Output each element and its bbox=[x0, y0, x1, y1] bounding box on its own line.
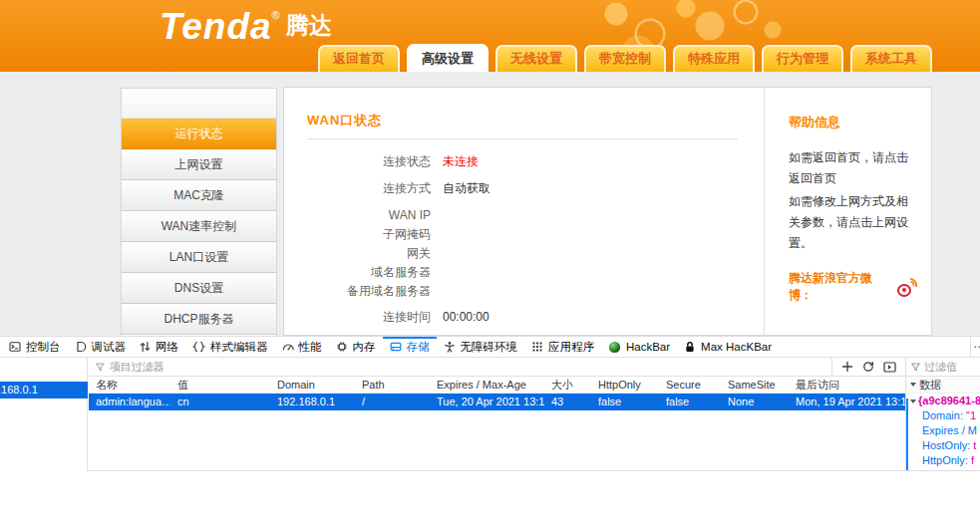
field-connection-type: 连接方式 自动获取 bbox=[307, 179, 738, 198]
field-backup-dns: 备用域名服务器 bbox=[307, 282, 738, 301]
sidebar-item-dns-settings[interactable]: DNS设置 bbox=[122, 273, 276, 304]
field-label: 连接方式 bbox=[307, 179, 431, 198]
chevron-down-icon bbox=[910, 399, 916, 403]
content-panel: WAN口状态 连接状态 未连接 连接方式 自动获取 WAN IP 子网掩码 网关 bbox=[283, 87, 932, 336]
prop-hostonly: HostOnly: t bbox=[906, 438, 980, 453]
devtools-tab-accessibility[interactable]: 无障碍环境 bbox=[437, 337, 525, 357]
data-section-label: 数据 bbox=[919, 377, 941, 394]
col-expires[interactable]: Expires / Max-Age bbox=[430, 377, 544, 394]
cookie-details-sidebar: 数据 {a9c89641-8 Domain: "1 Expires / M Ho… bbox=[905, 358, 980, 471]
nav-tab-behavior[interactable]: 行为管理 bbox=[762, 45, 843, 72]
debugger-icon bbox=[75, 341, 87, 353]
help-panel: 帮助信息 如需返回首页，请点击返回首页 如需修改上网方式及相关参数，请点击上网设… bbox=[764, 88, 932, 335]
cell-size: 43 bbox=[544, 394, 591, 410]
refresh-button[interactable] bbox=[862, 361, 874, 373]
weibo-icon[interactable] bbox=[897, 277, 919, 297]
top-nav-tabs: 返回首页 高级设置 无线设置 带宽控制 特殊应用 行为管理 系统工具 bbox=[318, 44, 932, 72]
sidebar-item-dhcp-server[interactable]: DHCP服务器 bbox=[122, 304, 276, 335]
tree-item-host[interactable]: .168.0.1 bbox=[0, 382, 88, 399]
devtools-tab-label: Max HacKBar bbox=[701, 341, 772, 353]
help-line-1: 如需返回首页，请点击返回首页 bbox=[789, 147, 919, 189]
devtools-tab-label: HackBar bbox=[626, 341, 670, 353]
sidebar-item-mac-clone[interactable]: MAC克隆 bbox=[122, 180, 276, 211]
nav-tab-special-apps[interactable]: 特殊应用 bbox=[673, 45, 755, 72]
values-filter-bar[interactable] bbox=[906, 358, 980, 377]
devtools-tab-style-editor[interactable]: 样式编辑器 bbox=[185, 337, 275, 357]
nav-tab-wireless[interactable]: 无线设置 bbox=[495, 45, 577, 72]
col-path[interactable]: Path bbox=[355, 377, 430, 394]
sidebar-item-lan-settings[interactable]: LAN口设置 bbox=[122, 242, 276, 273]
prop-value: t bbox=[973, 439, 976, 451]
devtools-tab-label: 控制台 bbox=[26, 340, 61, 355]
devtools-tab-performance[interactable]: 性能 bbox=[275, 337, 329, 357]
selection-marker bbox=[906, 399, 908, 471]
sidebar-item-wan-speed[interactable]: WAN速率控制 bbox=[122, 211, 276, 242]
wan-status-title: WAN口状态 bbox=[307, 112, 738, 130]
tenda-logo: Tenda®腾达 bbox=[160, 6, 332, 48]
registered-mark: ® bbox=[272, 9, 280, 21]
devtools: 控制台 调试器 网络 样式编辑器 性能 内存 存储 无障碍环境 bbox=[0, 336, 980, 471]
devtools-tab-label: 调试器 bbox=[92, 340, 127, 355]
sidebar-item-running-status[interactable]: 运行状态 bbox=[122, 119, 276, 149]
nav-tab-advanced-settings[interactable]: 高级设置 bbox=[407, 44, 489, 72]
field-label: 网关 bbox=[307, 244, 431, 263]
devtools-tab-max-hackbar[interactable]: Max HacKBar bbox=[677, 337, 779, 357]
items-filter-input[interactable] bbox=[110, 361, 831, 373]
logo-chinese: 腾达 bbox=[286, 12, 332, 38]
nav-tab-bandwidth[interactable]: 带宽控制 bbox=[584, 45, 666, 72]
items-filter[interactable] bbox=[89, 358, 831, 376]
sidebar-toggle-icon[interactable] bbox=[883, 362, 896, 373]
devtools-tab-memory[interactable]: 内存 bbox=[329, 337, 383, 357]
col-samesite[interactable]: SameSite bbox=[721, 377, 789, 394]
cookie-object-key: {a9c89641-8 bbox=[918, 394, 980, 408]
cell-path: / bbox=[355, 394, 430, 410]
col-domain[interactable]: Domain bbox=[270, 377, 355, 394]
sidebar-item-internet-settings[interactable]: 上网设置 bbox=[122, 149, 276, 180]
lock-icon bbox=[684, 341, 696, 354]
connection-time-value: 00:00:00 bbox=[443, 308, 490, 327]
storage-disk-icon bbox=[390, 341, 402, 353]
nav-tab-home[interactable]: 返回首页 bbox=[318, 45, 400, 72]
values-filter-input[interactable] bbox=[924, 361, 980, 373]
col-secure[interactable]: Secure bbox=[659, 377, 721, 394]
devtools-tab-console[interactable]: 控制台 bbox=[2, 337, 68, 357]
devtools-overflow-menu-icon[interactable]: ⋯ bbox=[970, 337, 980, 357]
field-connection-time: 连接时间 00:00:00 bbox=[307, 308, 738, 327]
devtools-tab-label: 内存 bbox=[353, 340, 376, 355]
help-line-2: 如需修改上网方式及相关参数，请点击上网设置。 bbox=[789, 191, 919, 254]
devtools-tab-hackbar[interactable]: HackBar bbox=[601, 337, 677, 357]
cell-last-accessed: Mon, 19 Apr 2021 13:1… bbox=[789, 394, 905, 410]
cookie-row-selected[interactable]: admin:langua… cn 192.168.0.1 / Tue, 20 A… bbox=[89, 394, 905, 410]
prop-key: Domain: bbox=[922, 409, 963, 421]
cell-samesite: None bbox=[721, 394, 789, 410]
field-subnet-mask: 子网掩码 bbox=[307, 225, 738, 244]
network-arrows-icon bbox=[140, 341, 151, 353]
field-label: WAN IP bbox=[307, 206, 431, 225]
funnel-icon bbox=[95, 362, 106, 373]
data-section-header[interactable]: 数据 bbox=[906, 377, 980, 394]
devtools-tab-debugger[interactable]: 调试器 bbox=[68, 337, 134, 357]
devtools-tab-label: 网络 bbox=[156, 340, 178, 355]
devtools-tab-network[interactable]: 网络 bbox=[133, 337, 185, 357]
add-item-button[interactable] bbox=[841, 361, 853, 373]
field-wan-ip: WAN IP bbox=[307, 206, 738, 225]
prop-domain: Domain: "1 bbox=[906, 408, 980, 423]
col-value[interactable]: 值 bbox=[170, 377, 270, 394]
col-size[interactable]: 大小 bbox=[544, 377, 591, 394]
devtools-tab-storage[interactable]: 存储 bbox=[383, 337, 437, 357]
weibo-link[interactable]: 腾达新浪官方微博： bbox=[789, 270, 919, 304]
prop-key: HttpOnly: bbox=[922, 454, 968, 466]
devtools-tab-application[interactable]: 应用程序 bbox=[524, 337, 601, 357]
grid-dots-icon bbox=[531, 341, 543, 353]
wan-status-section: WAN口状态 连接状态 未连接 连接方式 自动获取 WAN IP 子网掩码 网关 bbox=[284, 88, 764, 335]
cookie-object-node[interactable]: {a9c89641-8 bbox=[906, 394, 980, 408]
devtools-tab-label: 存储 bbox=[407, 340, 430, 355]
col-name[interactable]: 名称 bbox=[89, 377, 170, 394]
prop-value: f bbox=[971, 454, 974, 466]
col-last-accessed[interactable]: 最后访问 bbox=[789, 377, 905, 394]
connection-type-value: 自动获取 bbox=[443, 179, 490, 198]
title-divider bbox=[307, 138, 738, 139]
col-httponly[interactable]: HttpOnly bbox=[591, 377, 659, 394]
nav-tab-system-tools[interactable]: 系统工具 bbox=[850, 45, 932, 72]
cell-value: cn bbox=[170, 394, 270, 410]
